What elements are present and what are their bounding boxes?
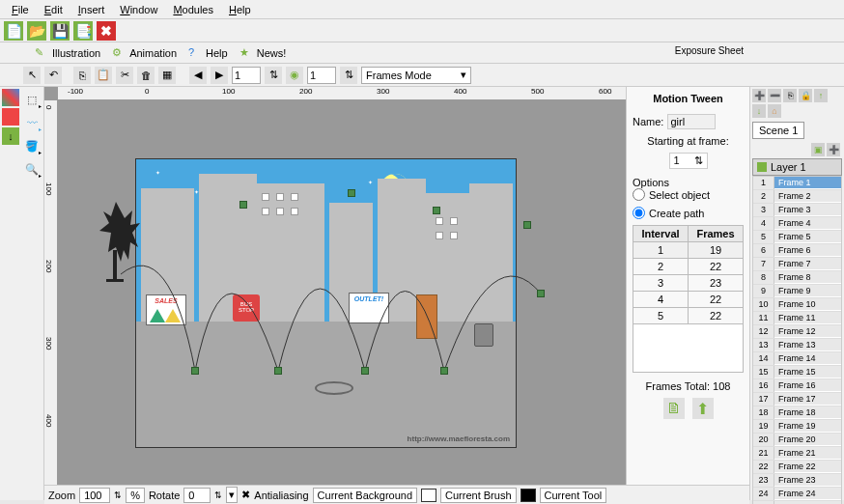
create-path-radio[interactable]: [633, 207, 645, 219]
frame-back-icon[interactable]: ◀: [189, 67, 207, 84]
frame-row[interactable]: 7Frame 7: [753, 258, 841, 271]
save-icon[interactable]: 💾: [50, 21, 70, 41]
scene-tab[interactable]: Scene 1: [752, 122, 804, 139]
table-row[interactable]: 119: [633, 242, 744, 259]
frame-row[interactable]: 17Frame 17: [753, 393, 841, 406]
frame-row[interactable]: 4Frame 4: [753, 217, 841, 231]
menu-help[interactable]: Help: [221, 2, 259, 16]
motion-path[interactable]: [58, 100, 618, 500]
frame-row[interactable]: 1Frame 1: [753, 177, 841, 190]
frame-row[interactable]: 13Frame 13: [753, 339, 841, 352]
zoom-tool[interactable]: 🔍▸: [23, 160, 41, 178]
frame-row[interactable]: 24Frame 24: [753, 488, 841, 501]
menu-modules[interactable]: Modules: [165, 2, 221, 16]
frame-row[interactable]: 3Frame 3: [753, 204, 841, 217]
palette-icon[interactable]: [2, 89, 19, 106]
bg-button[interactable]: Current Background: [313, 488, 417, 503]
grid-icon[interactable]: ▦: [158, 67, 176, 84]
frame-row[interactable]: 20Frame 20: [753, 434, 841, 447]
path-handle[interactable]: [440, 367, 448, 375]
frame-row[interactable]: 6Frame 6: [753, 244, 841, 258]
frame-row[interactable]: 14Frame 14: [753, 352, 841, 366]
new-icon[interactable]: 📄: [4, 21, 23, 41]
frame-row[interactable]: 23Frame 23: [753, 474, 841, 488]
frame-row[interactable]: 19Frame 19: [753, 420, 841, 434]
frame-row[interactable]: 2Frame 2: [753, 190, 841, 204]
frame-fwd-icon[interactable]: ▶: [211, 67, 228, 84]
remove-scene-icon[interactable]: ➖: [768, 89, 781, 102]
save-tween-icon[interactable]: 🗎: [663, 398, 685, 419]
select-object-radio[interactable]: [633, 188, 645, 201]
copy-icon[interactable]: ⎘: [73, 67, 91, 84]
frame-row[interactable]: 15Frame 15: [753, 366, 841, 379]
layer-add-icon[interactable]: ➕: [827, 143, 840, 156]
onion-icon[interactable]: ◉: [286, 67, 303, 84]
frame-row[interactable]: 16Frame 16: [753, 379, 841, 393]
brush-button[interactable]: Current Brush: [440, 488, 516, 503]
path-handle[interactable]: [433, 207, 440, 214]
open-icon[interactable]: 📂: [27, 21, 46, 41]
tab-news[interactable]: ★News!: [239, 46, 287, 60]
layer-tool-icon[interactable]: ▣: [811, 143, 825, 156]
menu-window[interactable]: Window: [112, 2, 165, 16]
rp-tool-icon[interactable]: ⎘: [783, 89, 797, 102]
add-scene-icon[interactable]: ➕: [752, 89, 766, 102]
frame-current[interactable]: [232, 67, 261, 84]
table-row[interactable]: 522: [633, 308, 744, 324]
frames-mode-combo[interactable]: Frames Mode▾: [361, 67, 471, 84]
tool-button[interactable]: Current Tool: [540, 488, 607, 503]
menu-file[interactable]: FFileile: [4, 2, 37, 16]
menu-edit[interactable]: Edit: [37, 2, 70, 16]
frame-row[interactable]: 8Frame 8: [753, 271, 841, 285]
undo-icon[interactable]: ↶: [44, 67, 62, 84]
antialias-label[interactable]: Antialiasing: [254, 490, 308, 501]
cursor-icon[interactable]: ↖: [23, 67, 41, 84]
frame-row[interactable]: 10Frame 10: [753, 298, 841, 312]
close-icon[interactable]: ✖: [97, 21, 116, 41]
stepper2-icon[interactable]: ⇅: [340, 67, 357, 84]
frame-row[interactable]: 22Frame 22: [753, 461, 841, 474]
bg-swatch[interactable]: [421, 489, 436, 502]
paste-icon[interactable]: 📋: [95, 67, 112, 84]
path-handle[interactable]: [361, 367, 369, 375]
frame-row[interactable]: 9Frame 9: [753, 285, 841, 298]
frame-row[interactable]: 12Frame 12: [753, 325, 841, 339]
tab-animation[interactable]: ⚙Animation: [112, 46, 177, 60]
brush-swatch[interactable]: [520, 489, 536, 502]
fill-tool[interactable]: 🪣▸: [23, 137, 41, 154]
select-tool[interactable]: ⬚▸: [23, 91, 41, 108]
brush-tool[interactable]: 〰▸: [23, 114, 41, 131]
path-handle[interactable]: [239, 201, 247, 209]
apply-tween-icon[interactable]: ⬆: [692, 398, 714, 419]
tab-illustration[interactable]: ✎Illustration: [35, 46, 100, 60]
frame-count[interactable]: [307, 67, 336, 84]
rp-tool-icon[interactable]: 🔒: [799, 89, 812, 102]
color2-icon[interactable]: ↓: [2, 127, 19, 145]
table-row[interactable]: 422: [633, 292, 744, 308]
path-handle[interactable]: [191, 367, 199, 375]
rp-down-icon[interactable]: ↓: [752, 104, 766, 118]
path-handle[interactable]: [523, 221, 531, 229]
rotate-field[interactable]: [183, 488, 211, 503]
menu-insert[interactable]: Insert: [70, 2, 113, 16]
path-handle[interactable]: [348, 189, 355, 197]
layer-header[interactable]: Layer 1: [752, 158, 842, 176]
stepper1-icon[interactable]: ⇅: [265, 67, 282, 84]
frame-row[interactable]: 18Frame 18: [753, 406, 841, 420]
path-handle[interactable]: [537, 290, 545, 297]
frame-row[interactable]: 5Frame 5: [753, 231, 841, 244]
canvas[interactable]: ✦✦✦✦✦✦✦✦✦✦ SALES BUS STOP OUTL: [58, 100, 626, 500]
rp-up-icon[interactable]: ↑: [814, 89, 828, 102]
table-row[interactable]: 222: [633, 259, 744, 275]
rp-home-icon[interactable]: ⌂: [768, 104, 781, 118]
table-row[interactable]: 323: [633, 275, 744, 292]
color1-icon[interactable]: [2, 108, 19, 126]
frame-row[interactable]: 21Frame 21: [753, 447, 841, 461]
starting-frame-stepper[interactable]: 1⇅: [669, 153, 708, 169]
frame-row[interactable]: 11Frame 11: [753, 312, 841, 325]
path-handle[interactable]: [274, 367, 282, 375]
delete-icon[interactable]: 🗑: [137, 67, 155, 84]
tab-help[interactable]: ?Help: [188, 46, 228, 60]
name-field[interactable]: [667, 114, 716, 129]
cut-icon[interactable]: ✂: [116, 67, 133, 84]
